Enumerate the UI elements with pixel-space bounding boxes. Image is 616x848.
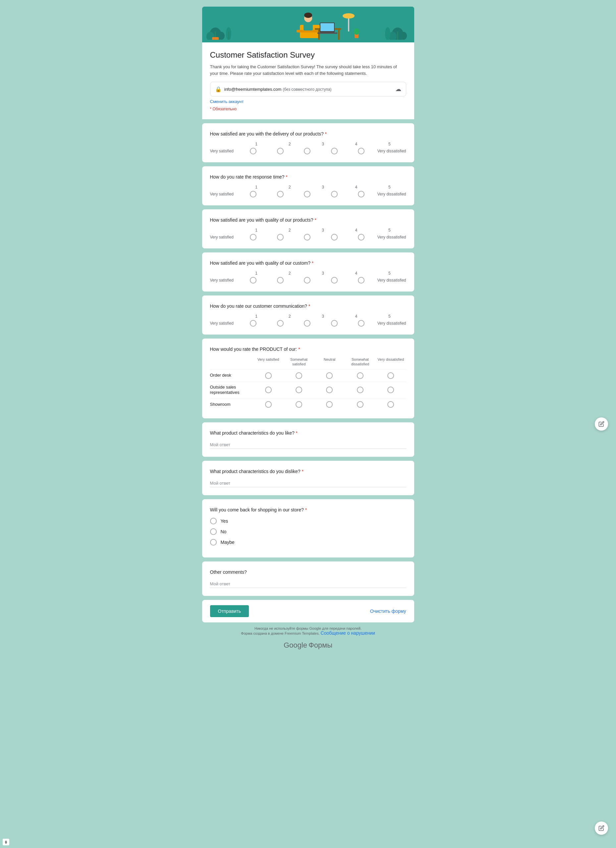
q4-radio-5[interactable] [358, 277, 365, 283]
question-card-q5: How do you rate our customer communicati… [202, 295, 414, 335]
question-title-q5: How do you rate our customer communicati… [210, 304, 406, 309]
svg-point-28 [6, 841, 6, 841]
grid-row-outside-sales: Outside sales representatives [210, 382, 406, 399]
form-title: Customer Satisfaction Survey [210, 50, 406, 59]
svg-rect-11 [318, 30, 320, 40]
question-card-q3: How satisfied are you with quality of ou… [202, 209, 414, 248]
q1-radio-5[interactable] [358, 148, 365, 154]
q6-r2-c4-radio[interactable] [357, 387, 364, 393]
footer-created-by: Форма создана в домене Freemium Template… [241, 632, 319, 635]
q5-radio-2[interactable] [277, 320, 284, 327]
question-title-q2: How do you rate the response time? * [210, 174, 406, 179]
q1-radio-2[interactable] [277, 148, 284, 154]
q6-r2-c1-radio[interactable] [265, 387, 272, 393]
account-left: 🔒 info@freemiumtemplates.com (без совмес… [215, 86, 332, 92]
label-very-satisfied-q3: Very satisfied [210, 235, 240, 240]
question-card-q7: What product characteristics do you like… [202, 423, 414, 457]
q2-radio-4[interactable] [331, 191, 338, 197]
footer-notes: Никогда не используйте формы Google для … [202, 626, 414, 636]
q5-radio-4[interactable] [331, 320, 338, 327]
edit-fab-mid[interactable] [595, 417, 608, 431]
q5-radio-1[interactable] [250, 320, 257, 327]
q6-r3-c5-radio[interactable] [387, 401, 394, 408]
label-very-dissatisfied-q5: Very dissatisfied [377, 321, 406, 326]
submit-area: Отправить Очистить форму [202, 600, 414, 623]
q2-radio-1[interactable] [250, 191, 257, 197]
label-very-dissatisfied-q4: Very dissatisfied [377, 278, 406, 283]
svg-point-4 [218, 32, 225, 40]
form-header-card: Customer Satisfaction Survey Thank you f… [202, 40, 414, 119]
page-container: Customer Satisfaction Survey Thank you f… [202, 7, 414, 649]
q9-radio-no[interactable] [210, 528, 217, 535]
grid-row-label-showroom: Showroom [210, 402, 253, 408]
rating-numbers-inner-q1: 1 2 3 4 5 [240, 142, 406, 147]
footer-report-link[interactable]: Сообщение о нарушении [321, 630, 375, 636]
label-very-dissatisfied-q3: Very dissatisfied [377, 235, 406, 240]
q6-r1-c4-radio[interactable] [357, 372, 364, 379]
q6-r1-c2-radio[interactable] [295, 372, 302, 379]
q6-r1-c1-radio[interactable] [265, 372, 272, 379]
q8-text-input[interactable] [210, 479, 406, 487]
rating-radios-q1: Very satisfied Very dissatisfied [210, 148, 406, 154]
grid-col-neutral: Neutral [314, 357, 344, 367]
grid-col-very-satisfied: Very satisfied [253, 357, 284, 367]
submit-button[interactable]: Отправить [210, 605, 249, 617]
grid-col-very-dissatisfied: Very dissatisfied [376, 357, 406, 367]
q6-r2-c2-radio[interactable] [295, 387, 302, 393]
accessibility-corner[interactable] [3, 839, 9, 845]
q6-r3-c3-radio[interactable] [326, 401, 333, 408]
q4-radio-2[interactable] [277, 277, 284, 283]
q9-option-yes[interactable]: Yes [210, 518, 406, 524]
question-card-q4: How satisfied are you with quality of ou… [202, 252, 414, 292]
svg-rect-15 [318, 33, 337, 34]
edit-fab-bottom[interactable] [595, 821, 608, 835]
q6-r3-c1-radio[interactable] [265, 401, 272, 408]
q9-option-maybe[interactable]: Maybe [210, 539, 406, 546]
q4-radio-4[interactable] [331, 277, 338, 283]
q7-text-input[interactable] [210, 441, 406, 449]
q4-radio-3[interactable] [304, 277, 310, 283]
q3-radio-5[interactable] [358, 234, 365, 240]
google-footer: Google Формы [202, 641, 414, 649]
svg-rect-6 [228, 31, 229, 40]
svg-point-25 [343, 13, 355, 19]
q3-radio-2[interactable] [277, 234, 284, 240]
q5-radio-3[interactable] [304, 320, 310, 327]
question-title-q6: How would you rate the PRODUCT of our: * [210, 347, 406, 352]
q2-radio-3[interactable] [304, 191, 310, 197]
q9-radio-yes[interactable] [210, 518, 217, 524]
question-card-q6: How would you rate the PRODUCT of our: *… [202, 338, 414, 418]
q1-radio-1[interactable] [250, 148, 257, 154]
q1-radio-4[interactable] [331, 148, 338, 154]
q6-r1-c5-radio[interactable] [387, 372, 394, 379]
question-title-q9: Will you come back for shopping in our s… [210, 507, 406, 513]
clear-form-link[interactable]: Очистить форму [370, 608, 406, 614]
q6-r1-c3-radio[interactable] [326, 372, 333, 379]
q2-radio-5[interactable] [358, 191, 365, 197]
q4-radio-1[interactable] [250, 277, 257, 283]
svg-rect-20 [397, 31, 398, 40]
q5-radio-5[interactable] [358, 320, 365, 327]
label-very-satisfied-q4: Very satisfied [210, 278, 240, 283]
rating-scale-q3: 1 2 3 4 5 Very satisfied Very dissatisfi… [210, 228, 406, 240]
q3-radio-3[interactable] [304, 234, 310, 240]
q3-radio-4[interactable] [331, 234, 338, 240]
q6-r2-c3-radio[interactable] [326, 387, 333, 393]
q6-r3-c2-radio[interactable] [295, 401, 302, 408]
q3-radio-1[interactable] [250, 234, 257, 240]
grid-col-somewhat-satisfied: Somewhat satisfied [284, 357, 314, 367]
q9-radio-maybe[interactable] [210, 539, 217, 546]
q6-r3-c4-radio[interactable] [357, 401, 364, 408]
q6-r2-c5-radio[interactable] [387, 387, 394, 393]
header-banner [202, 7, 414, 40]
cloud-icon: ☁ [395, 86, 401, 93]
q9-option-no[interactable]: No [210, 528, 406, 535]
q10-text-input[interactable] [210, 580, 406, 588]
label-very-satisfied-q1: Very satisfied [210, 149, 240, 153]
q9-label-yes: Yes [221, 518, 228, 524]
q1-radio-3[interactable] [304, 148, 310, 154]
q2-radio-2[interactable] [277, 191, 284, 197]
switch-account-link[interactable]: Сменить аккаунт [210, 99, 406, 104]
grid-q6: Very satisfied Somewhat satisfied Neutra… [210, 357, 406, 411]
banner-decoration [202, 7, 414, 40]
